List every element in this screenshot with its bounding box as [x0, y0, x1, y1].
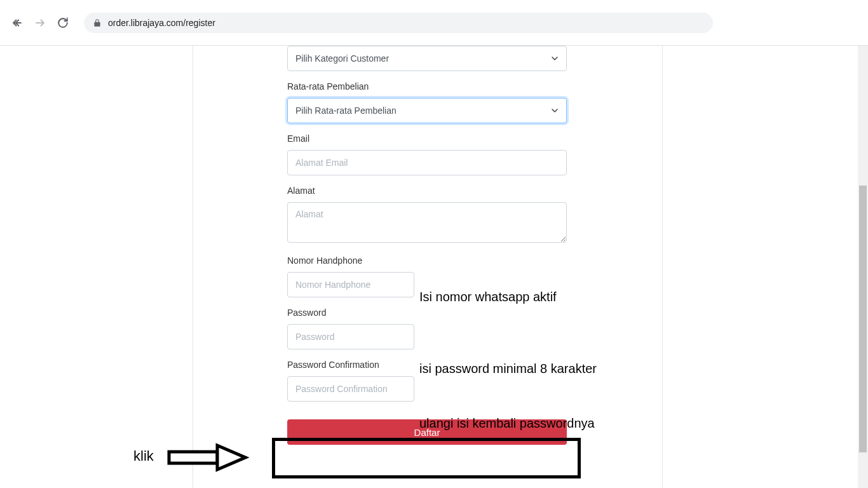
purchase-select[interactable]: Pilih Rata-rata Pembelian	[287, 98, 567, 123]
form-group-email: Email	[287, 133, 567, 175]
url-bar[interactable]: order.librajaya.com/register	[84, 13, 713, 33]
password-confirm-input[interactable]	[287, 376, 414, 402]
arrow-icon	[166, 443, 249, 472]
phone-input[interactable]	[287, 272, 414, 297]
form-group-password: Password	[287, 308, 567, 349]
lock-icon	[93, 18, 102, 27]
email-input[interactable]	[287, 150, 567, 175]
scrollbar-thumb[interactable]	[859, 186, 867, 452]
arrow-annotation	[166, 443, 249, 475]
back-icon[interactable]	[11, 17, 23, 29]
phone-label: Nomor Handphone	[287, 255, 567, 266]
form-group-address: Alamat	[287, 186, 567, 245]
reload-icon[interactable]	[57, 17, 69, 29]
annotation-confirm: ulangi isi kembali passwordnya	[419, 416, 595, 431]
forward-icon[interactable]	[34, 17, 46, 29]
address-textarea[interactable]	[287, 202, 567, 243]
category-select[interactable]: Pilih Kategori Customer	[287, 46, 567, 71]
scrollbar-track[interactable]	[858, 46, 868, 488]
password-input[interactable]	[287, 324, 414, 349]
form-group-category: Pilih Kategori Customer	[287, 46, 567, 71]
url-text: order.librajaya.com/register	[108, 18, 215, 28]
form-group-purchase: Rata-rata Pembelian Pilih Rata-rata Pemb…	[287, 81, 567, 123]
browser-chrome: order.librajaya.com/register	[0, 0, 868, 46]
annotation-phone: Isi nomor whatsapp aktif	[419, 290, 557, 304]
password-label: Password	[287, 308, 567, 318]
purchase-label: Rata-rata Pembelian	[287, 81, 567, 92]
nav-buttons	[8, 17, 69, 29]
annotation-password: isi password minimal 8 karakter	[419, 362, 597, 376]
page-content: Pilih Kategori Customer Rata-rata Pembel…	[0, 46, 868, 488]
address-label: Alamat	[287, 186, 567, 196]
svg-rect-1	[169, 452, 217, 463]
email-label: Email	[287, 133, 567, 144]
annotation-klik: klik	[133, 448, 154, 464]
